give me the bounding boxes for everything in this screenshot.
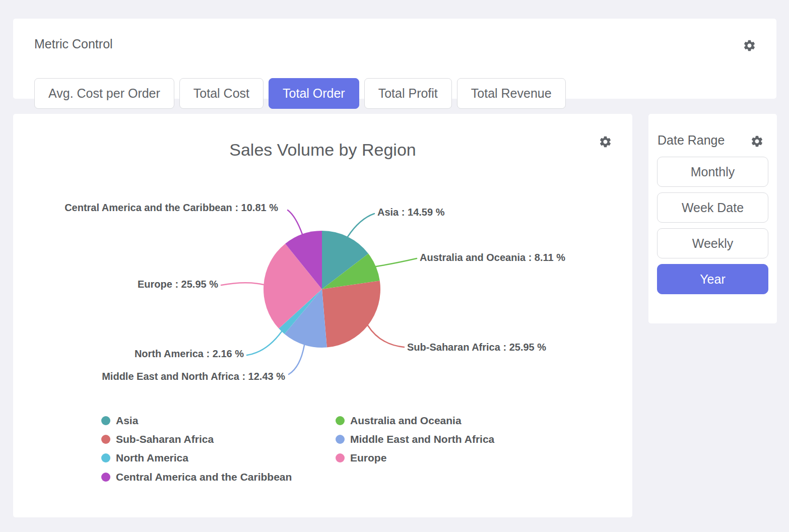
pie-slice-sub-saharan-africa[interactable] [322, 281, 380, 347]
leader-line-sub-saharan-africa [368, 325, 404, 347]
leader-line-north-america [247, 331, 282, 355]
date-button-monthly[interactable]: Monthly [657, 157, 768, 187]
date-button-weekly[interactable]: Weekly [657, 228, 768, 258]
settings-gear-icon[interactable] [750, 135, 764, 148]
leader-line-australia-oceania [376, 258, 417, 267]
legend-label: Europe [350, 452, 386, 464]
legend-dot-sub-saharan-africa [101, 435, 110, 444]
metric-button-total-cost[interactable]: Total Cost [179, 78, 264, 109]
callout-asia: Asia : 14.59 % [377, 207, 445, 218]
metric-button-avg-cost-per-order[interactable]: Avg. Cost per Order [34, 78, 174, 109]
legend-item-central-america-caribbean[interactable]: Central America and the Caribbean [101, 471, 292, 483]
settings-gear-icon[interactable] [743, 39, 756, 52]
leader-line-middle-east-north-africa [289, 345, 304, 374]
callout-europe: Europe : 25.95 % [138, 279, 218, 290]
callout-middle-east-north-africa: Middle East and North Africa : 12.43 % [102, 371, 285, 382]
date-range-button-group: Monthly Week Date Weekly Year [657, 157, 768, 294]
leader-line-central-america-caribbean [288, 210, 302, 234]
legend-label: Sub-Saharan Africa [116, 433, 214, 445]
metric-button-total-order[interactable]: Total Order [269, 78, 359, 109]
legend-item-sub-saharan-africa[interactable]: Sub-Saharan Africa [101, 433, 214, 445]
metric-button-group: Avg. Cost per Order Total Cost Total Ord… [34, 78, 566, 109]
callout-australia-oceania: Australia and Oceania : 8.11 % [420, 252, 565, 263]
date-button-year[interactable]: Year [657, 264, 768, 294]
legend-dot-asia [101, 416, 110, 425]
date-range-title: Date Range [658, 133, 725, 148]
callout-north-america: North America : 2.16 % [135, 348, 244, 359]
leader-line-europe [221, 283, 264, 285]
legend-label: Central America and the Caribbean [116, 471, 292, 483]
metric-control-panel: Metric Control Avg. Cost per Order Total… [13, 19, 776, 99]
legend-label: North America [116, 452, 188, 464]
legend-item-europe[interactable]: Europe [336, 452, 386, 464]
date-button-week-date[interactable]: Week Date [657, 192, 768, 223]
legend-dot-north-america [101, 453, 110, 462]
metric-button-total-profit[interactable]: Total Profit [364, 78, 452, 109]
legend-label: Asia [116, 415, 138, 427]
metric-button-total-revenue[interactable]: Total Revenue [457, 78, 566, 109]
sales-volume-chart-panel: Sales Volume by Region Asia : 14.59 % Au… [13, 114, 632, 517]
legend-label: Middle East and North Africa [350, 433, 494, 445]
legend-item-australia-oceania[interactable]: Australia and Oceania [336, 415, 462, 427]
legend-item-north-america[interactable]: North America [101, 452, 188, 464]
legend-item-middle-east-north-africa[interactable]: Middle East and North Africa [336, 433, 494, 445]
callout-sub-saharan-africa: Sub-Saharan Africa : 25.95 % [407, 342, 546, 353]
date-range-panel: Date Range Monthly Week Date Weekly Year [648, 114, 777, 323]
legend-label: Australia and Oceania [350, 415, 462, 427]
legend-dot-europe [336, 453, 345, 462]
callout-central-america-caribbean: Central America and the Caribbean : 10.8… [64, 202, 278, 213]
leader-line-asia [348, 214, 374, 237]
legend-item-asia[interactable]: Asia [101, 415, 138, 427]
legend-dot-middle-east-north-africa [336, 435, 345, 444]
legend-dot-central-america-caribbean [101, 473, 110, 482]
metric-control-title: Metric Control [34, 37, 113, 51]
legend-dot-australia-oceania [336, 416, 345, 425]
